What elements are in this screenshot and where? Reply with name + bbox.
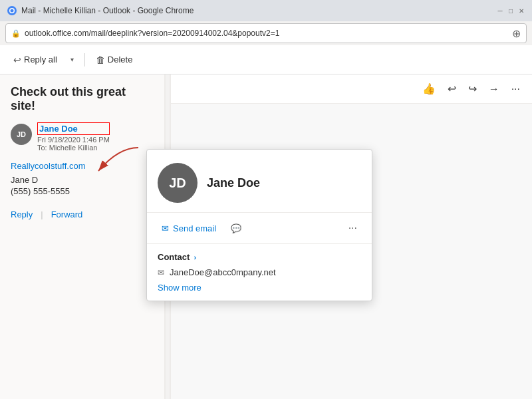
more-actions-button[interactable]: ··· — [507, 80, 524, 98]
reply-all-button[interactable]: ↩ Reply all — [8, 51, 63, 68]
email-to: To: Michelle Killian — [37, 144, 110, 152]
email-panel: Check out this great site! JD Jane Doe F… — [0, 74, 165, 399]
maximize-button[interactable]: □ — [507, 7, 515, 15]
browser-title: Mail - Michelle Killian - Outlook - Goog… — [21, 6, 194, 15]
forward-action-button[interactable]: → — [485, 80, 503, 98]
browser-window: Mail - Michelle Killian - Outlook - Goog… — [0, 0, 532, 43]
reply-all-icon: ↩ — [13, 55, 21, 65]
send-email-label: Send email — [173, 223, 216, 233]
popup-header: JD Jane Doe — [147, 150, 372, 213]
lock-icon: 🔒 — [11, 29, 21, 38]
popup-more-button[interactable]: ··· — [344, 219, 361, 237]
chat-icon: 💬 — [231, 223, 241, 233]
show-more-link[interactable]: Show more — [158, 283, 201, 293]
forward-button[interactable]: Forward — [51, 209, 83, 219]
avatar-small: JD — [11, 124, 32, 145]
email-date: Fri 9/18/2020 1:46 PM — [37, 136, 110, 144]
svg-point-2 — [11, 9, 14, 13]
popup-contact-section: Contact › ✉ JaneDoe@abcc0mpany.net Show … — [147, 244, 372, 301]
email-link[interactable]: Reallycoolstuff.com — [11, 161, 154, 171]
popup-avatar: JD — [158, 163, 198, 203]
email-actions: Reply | Forward — [11, 209, 154, 219]
right-action-bar: 👍 ↩ ↪ → ··· — [171, 74, 532, 104]
minimize-button[interactable]: ─ — [496, 7, 504, 15]
chat-button[interactable]: 💬 — [227, 221, 245, 236]
contact-popup: JD Jane Doe ✉ Send email 💬 ··· Contact ›… — [146, 149, 372, 301]
reply-all-action-icon: ↪ — [468, 83, 477, 94]
email-subject: Check out this great site! — [11, 85, 154, 113]
popup-email-icon: ✉ — [158, 268, 164, 277]
send-email-icon: ✉ — [162, 223, 169, 233]
sender-info: Jane Doe Fri 9/18/2020 1:46 PM To: Miche… — [37, 122, 110, 152]
browser-icon — [7, 5, 17, 16]
delete-button[interactable]: 🗑 Delete — [90, 51, 138, 68]
reply-action-button[interactable]: ↩ — [444, 80, 460, 98]
url-text: outlook.office.com/mail/deeplink?version… — [25, 29, 508, 38]
title-bar-controls: ─ □ ✕ — [496, 7, 525, 15]
thumbsup-button[interactable]: 👍 — [418, 80, 440, 98]
reply-button[interactable]: Reply — [11, 209, 33, 219]
popup-contact-header: Contact › — [158, 252, 361, 262]
popup-actions-row: ✉ Send email 💬 ··· — [147, 213, 372, 244]
title-bar: Mail - Michelle Killian - Outlook - Goog… — [0, 0, 532, 21]
main-layout: Check out this great site! JD Jane Doe F… — [0, 74, 532, 399]
title-bar-left: Mail - Michelle Killian - Outlook - Goog… — [7, 5, 194, 16]
toolbar-divider — [84, 53, 85, 66]
sender-name[interactable]: Jane Doe — [37, 122, 110, 135]
email-body-name: Jane D — [11, 175, 154, 185]
delete-icon: 🗑 — [96, 55, 105, 65]
contact-chevron: › — [194, 253, 196, 261]
contact-label: Contact — [158, 252, 190, 262]
popup-more-icon: ··· — [348, 222, 357, 233]
reply-dropdown-button[interactable]: ▾ — [65, 53, 79, 66]
reply-all-label: Reply all — [24, 55, 57, 65]
dropdown-arrow-icon: ▾ — [70, 56, 74, 63]
reply-action-icon: ↩ — [448, 83, 456, 94]
email-phone: (555) 555-5555 — [11, 186, 154, 196]
close-button[interactable]: ✕ — [517, 7, 525, 15]
email-sender-row: JD Jane Doe Fri 9/18/2020 1:46 PM To: Mi… — [11, 122, 154, 152]
thumbsup-icon: 👍 — [422, 83, 436, 94]
popup-email-row: ✉ JaneDoe@abcc0mpany.net — [158, 267, 361, 277]
add-tab-button[interactable]: ⊕ — [512, 27, 521, 40]
delete-label: Delete — [108, 55, 133, 65]
popup-email-address: JaneDoe@abcc0mpany.net — [170, 267, 276, 277]
forward-action-icon: → — [489, 83, 499, 94]
more-actions-icon: ··· — [511, 83, 520, 94]
address-bar[interactable]: 🔒 outlook.office.com/mail/deeplink?versi… — [5, 23, 527, 43]
action-divider: | — [41, 209, 43, 219]
email-toolbar: ↩ Reply all ▾ 🗑 Delete — [0, 45, 532, 74]
popup-name: Jane Doe — [207, 176, 260, 190]
reply-all-action-button[interactable]: ↪ — [464, 80, 481, 98]
send-email-button[interactable]: ✉ Send email — [158, 221, 220, 236]
